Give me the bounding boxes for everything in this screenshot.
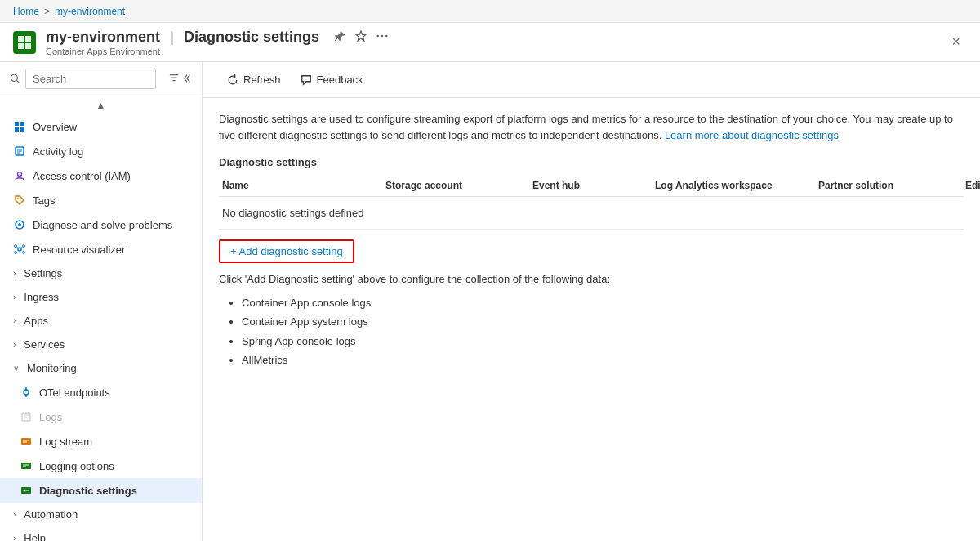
svg-point-5	[377, 34, 380, 37]
feedback-button[interactable]: Feedback	[292, 70, 372, 89]
chevron-right-icon: ›	[13, 293, 16, 302]
sidebar-item-overview[interactable]: Overview	[0, 114, 202, 139]
svg-point-8	[11, 74, 17, 81]
sidebar-item-label: Log stream	[39, 436, 92, 448]
sidebar-item-services[interactable]: › Services	[0, 333, 202, 356]
title-icons	[332, 29, 390, 46]
sidebar-scroll-up[interactable]: ▲	[0, 96, 202, 114]
sidebar-item-logging-options[interactable]: Logging options	[0, 454, 202, 478]
sidebar-item-label: Activity log	[33, 145, 83, 158]
breadcrumb-home[interactable]: Home	[13, 6, 39, 17]
close-button[interactable]: ×	[945, 30, 967, 54]
sidebar-item-label: Settings	[24, 267, 62, 279]
svg-point-28	[24, 390, 29, 395]
sidebar-item-tags[interactable]: Tags	[0, 188, 202, 212]
activity-log-icon	[13, 145, 26, 158]
svg-rect-11	[20, 122, 24, 126]
svg-point-24	[15, 252, 17, 254]
sidebar-item-monitoring[interactable]: ∨ Monitoring	[0, 356, 202, 380]
sidebar-item-label: Diagnose and solve problems	[33, 219, 172, 231]
resource-name: my-environment	[46, 29, 160, 46]
sidebar-item-label: Tags	[33, 194, 55, 207]
diagnostic-settings-icon	[20, 484, 33, 497]
chevron-right-icon: ›	[13, 510, 16, 519]
content-body: Diagnostic settings are used to configur…	[203, 98, 980, 383]
sidebar-item-label: OTel endpoints	[39, 387, 110, 399]
favorite-button[interactable]	[354, 29, 368, 46]
content-toolbar: Refresh Feedback	[203, 62, 980, 98]
hint-text: Click 'Add Diagnostic setting' above to …	[219, 273, 964, 285]
sidebar-item-automation[interactable]: › Automation	[0, 503, 202, 526]
svg-rect-34	[21, 438, 31, 445]
chevron-right-icon: ›	[13, 534, 16, 541]
sidebar-item-apps[interactable]: › Apps	[0, 309, 202, 333]
top-bar: my-environment | Diagnostic settings Con…	[0, 23, 980, 62]
svg-point-19	[17, 198, 19, 199]
sidebar-item-label: Monitoring	[27, 362, 77, 374]
sidebar-item-label: Resource visualizer	[33, 244, 125, 256]
section-title: Diagnostic settings	[219, 156, 964, 168]
sidebar-item-settings[interactable]: › Settings	[0, 262, 202, 285]
sidebar-item-diagnostic-settings[interactable]: Diagnostic settings	[0, 478, 202, 503]
title-separator: |	[170, 29, 174, 46]
svg-point-41	[24, 490, 26, 492]
sidebar-item-label: Access control (IAM)	[33, 170, 131, 182]
search-icon	[10, 74, 20, 84]
svg-point-18	[18, 172, 22, 177]
sidebar-item-logs[interactable]: Logs	[0, 405, 202, 429]
sidebar-search-area	[0, 62, 202, 96]
bullet-list: Container App console logs Container App…	[219, 293, 964, 370]
logging-options-icon	[20, 459, 33, 472]
chevron-down-icon: ∨	[13, 364, 19, 373]
col-event-hub: Event hub	[529, 180, 652, 191]
sidebar-item-diagnose[interactable]: Diagnose and solve problems	[0, 212, 202, 237]
svg-point-7	[385, 34, 388, 37]
sidebar-item-label: Automation	[24, 508, 78, 521]
col-log-analytics: Log Analytics workspace	[652, 180, 815, 191]
log-stream-icon	[20, 435, 33, 448]
logs-icon	[20, 410, 33, 423]
main-layout: ▲ Overview Activity log Access control (…	[0, 62, 980, 541]
svg-point-22	[15, 245, 17, 248]
sidebar-item-activity-log[interactable]: Activity log	[0, 139, 202, 163]
resource-subtitle: Container Apps Environment	[46, 47, 390, 56]
learn-more-link[interactable]: Learn more about diagnostic settings	[665, 129, 839, 141]
add-diagnostic-setting-button[interactable]: + Add diagnostic setting	[219, 239, 354, 263]
col-name: Name	[219, 180, 382, 191]
svg-rect-12	[15, 127, 19, 132]
overview-icon	[13, 120, 26, 133]
sidebar-item-help[interactable]: › Help	[0, 526, 202, 541]
sidebar-item-label: Overview	[33, 121, 77, 133]
access-control-icon	[13, 169, 26, 182]
sidebar-item-log-stream[interactable]: Log stream	[0, 429, 202, 454]
sidebar-item-access-control[interactable]: Access control (IAM)	[0, 163, 202, 188]
svg-point-6	[381, 34, 384, 37]
sidebar-collapse-button[interactable]	[169, 73, 179, 86]
sidebar-minimize-button[interactable]	[182, 73, 192, 86]
breadcrumb-separator: >	[44, 6, 50, 17]
table-header: Name Storage account Event hub Log Analy…	[219, 175, 964, 197]
svg-rect-2	[18, 43, 24, 49]
sidebar-item-resource-visualizer[interactable]: Resource visualizer	[0, 237, 202, 262]
sidebar-item-otel-endpoints[interactable]: OTel endpoints	[0, 380, 202, 405]
page-title: Diagnostic settings	[184, 29, 319, 46]
svg-line-26	[17, 247, 19, 248]
title-area: my-environment | Diagnostic settings Con…	[46, 29, 390, 56]
sidebar-item-label: Logging options	[39, 460, 114, 472]
svg-rect-1	[25, 36, 31, 42]
list-item: Container App console logs	[242, 293, 964, 312]
sidebar: ▲ Overview Activity log Access control (…	[0, 62, 203, 541]
table-empty-message: No diagnostic settings defined	[219, 197, 964, 230]
sidebar-item-ingress[interactable]: › Ingress	[0, 285, 202, 309]
search-input[interactable]	[25, 69, 156, 89]
more-options-button[interactable]	[375, 29, 390, 46]
chevron-right-icon: ›	[13, 316, 16, 325]
chevron-right-icon: ›	[13, 269, 16, 278]
pin-button[interactable]	[332, 29, 347, 46]
refresh-button[interactable]: Refresh	[219, 70, 289, 89]
svg-rect-13	[20, 127, 24, 132]
sidebar-item-label: Logs	[39, 411, 62, 423]
breadcrumb-current[interactable]: my-environment	[55, 6, 125, 17]
svg-point-23	[23, 245, 25, 248]
sidebar-item-label: Services	[24, 338, 65, 351]
